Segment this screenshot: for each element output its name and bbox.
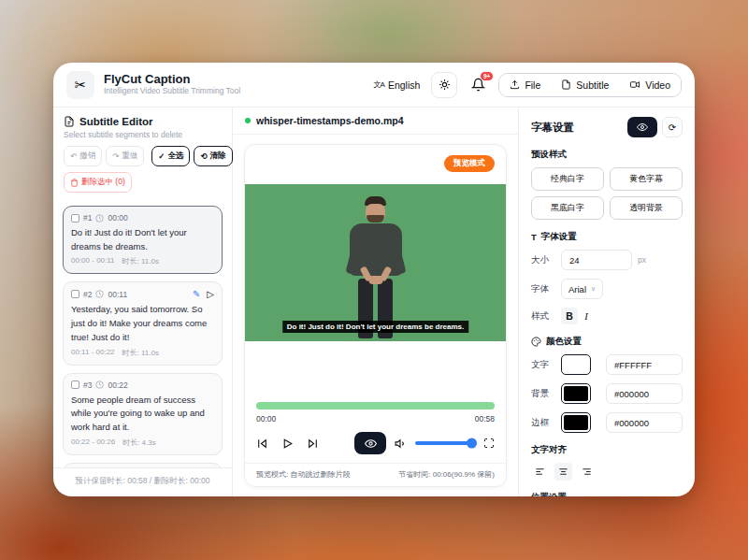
font-section-label: 字体设置 [541, 231, 577, 243]
upload-icon [510, 79, 520, 90]
skip-back-button[interactable] [256, 438, 268, 450]
subtitle-segment[interactable]: #4 00:26 Nothing is impossible. 00:26 - … [63, 463, 223, 467]
segment-checkbox[interactable] [71, 214, 79, 223]
italic-button[interactable]: I [578, 308, 595, 324]
panel-subtitle: Select subtitle segments to delete [64, 130, 222, 139]
align-section-label: 文字对齐 [531, 444, 683, 456]
clear-button[interactable]: ⟲ 清除 [194, 146, 232, 166]
total-time: 00:58 [475, 414, 495, 424]
preset-transparent-bg[interactable]: 透明背景 [610, 196, 683, 220]
size-unit: px [638, 255, 646, 265]
subtitle-editor-icon [64, 116, 75, 127]
duration-summary: 预计保留时长: 00:58 / 删除时长: 00:00 [53, 467, 232, 496]
app-subtitle: Intelligent Video Subtitle Trimming Tool [104, 87, 240, 96]
preset-classic-white[interactable]: 经典白字 [531, 167, 604, 191]
reset-icon: ⟳ [669, 122, 676, 133]
font-section-icon: T [531, 232, 537, 242]
skip-forward-button[interactable] [307, 438, 319, 450]
segment-text: Yesterday, you said tomorrow. So just do… [71, 303, 214, 344]
bg-color-swatch[interactable] [561, 383, 591, 404]
bg-color-input[interactable] [606, 383, 683, 404]
video-frame[interactable]: Do it! Just do it! Don't let your dreams… [245, 184, 506, 341]
subtitle-button[interactable]: Subtitle [551, 74, 619, 96]
border-color-input[interactable] [606, 412, 683, 433]
eye-icon [365, 438, 377, 450]
export-button-group: File Subtitle Video [498, 73, 682, 97]
video-player-card: 预览模式 Do it! Just do it! [244, 144, 507, 487]
volume-slider[interactable] [415, 441, 475, 445]
segment-time-range: 00:11 - 00:22 [71, 348, 115, 358]
palette-icon [531, 337, 541, 347]
clock-icon [95, 214, 104, 223]
language-label: English [388, 79, 420, 91]
clear-icon: ⟲ [200, 151, 207, 161]
trash-icon [70, 179, 79, 187]
theme-toggle-button[interactable] [431, 72, 457, 98]
subtitle-visibility-button[interactable] [627, 117, 657, 137]
chevron-down-icon: ∨ [591, 285, 596, 293]
align-right-button[interactable] [578, 463, 596, 481]
segment-text: Do it! Just do it! Don't let your dreams… [71, 226, 214, 253]
subtitle-segment[interactable]: #3 00:22 Some people dream of success wh… [63, 373, 223, 455]
video-filename: whisper-timestamps-demo.mp4 [256, 115, 404, 126]
undo-icon: ↶ [70, 151, 77, 161]
align-center-button[interactable] [554, 463, 572, 481]
progress-bar[interactable] [256, 402, 495, 409]
segment-id: #1 [83, 213, 92, 223]
segment-checkbox[interactable] [71, 290, 79, 298]
font-family-select[interactable]: Arial ∨ [561, 279, 603, 299]
app-logo: ✂ [66, 71, 94, 99]
segment-id: #3 [83, 381, 92, 390]
segment-duration: 时长: 11.0s [122, 256, 159, 266]
reset-style-button[interactable]: ⟳ [662, 117, 683, 137]
preset-white-on-black[interactable]: 黑底白字 [531, 196, 604, 220]
subtitle-editor-panel: Subtitle Editor Select subtitle segments… [53, 108, 233, 496]
subtitle-settings-panel: 字幕设置 ⟳ 预设样式 经典白字 黄色字幕 黑底白字 透明背景 [519, 108, 695, 496]
undo-button[interactable]: ↶ 撤销 [64, 146, 102, 166]
video-camera-icon [629, 79, 640, 90]
app-title: FlyCut Caption [104, 73, 240, 87]
language-switcher[interactable]: 文A English [374, 79, 421, 91]
delete-selected-button[interactable]: 删除选中 (0) [64, 172, 132, 193]
text-color-swatch[interactable] [561, 354, 591, 375]
document-icon [561, 79, 571, 90]
saved-time-info: 节省时间: 00:06(90.9% 保留) [398, 469, 495, 480]
select-all-button[interactable]: ✓ 全选 [151, 146, 190, 166]
notifications-button[interactable]: 9+ [468, 76, 487, 94]
language-icon: 文A [374, 79, 384, 90]
settings-title: 字幕设置 [531, 121, 574, 135]
align-left-button[interactable] [531, 463, 549, 481]
subtitle-list: #1 00:00 Do it! Just do it! Don't let yo… [53, 202, 232, 467]
segment-start-time: 00:11 [108, 290, 127, 299]
fullscreen-icon[interactable] [483, 438, 495, 449]
file-button[interactable]: File [499, 74, 551, 96]
segment-start-time: 00:22 [108, 381, 127, 390]
volume-icon[interactable] [395, 438, 407, 450]
style-label: 样式 [531, 310, 561, 323]
bold-button[interactable]: B [561, 308, 578, 324]
preview-toggle-button[interactable] [354, 432, 386, 454]
segment-time-range: 00:00 - 00:11 [71, 256, 115, 266]
clock-icon [95, 381, 104, 389]
subtitle-segment[interactable]: #2 00:11 ✎ ▷ Yesterday, you said tomorro… [63, 281, 223, 365]
segment-start-time: 00:00 [108, 213, 127, 223]
size-label: 大小 [531, 254, 561, 266]
edit-pencil-icon[interactable]: ✎ [193, 289, 200, 299]
subtitle-segment[interactable]: #1 00:00 Do it! Just do it! Don't let yo… [63, 206, 223, 274]
current-time: 00:00 [256, 414, 276, 424]
segment-time-range: 00:22 - 00:26 [71, 438, 115, 448]
redo-button[interactable]: ↷ 重做 [106, 146, 144, 166]
position-section-label: 位置设置 [531, 492, 683, 496]
play-button[interactable] [281, 438, 294, 450]
segment-checkbox[interactable] [71, 381, 79, 389]
border-color-swatch[interactable] [561, 412, 591, 433]
preview-mode-badge: 预览模式 [444, 155, 495, 172]
segment-duration: 时长: 4.3s [122, 438, 156, 448]
video-button[interactable]: Video [619, 74, 681, 96]
font-size-input[interactable] [561, 250, 632, 270]
text-color-input[interactable] [606, 354, 683, 375]
preset-yellow-subtitle[interactable]: 黄色字幕 [610, 167, 683, 191]
font-label: 字体 [531, 283, 561, 295]
panel-title: Subtitle Editor [79, 116, 153, 127]
segment-play-icon[interactable]: ▷ [207, 289, 214, 299]
